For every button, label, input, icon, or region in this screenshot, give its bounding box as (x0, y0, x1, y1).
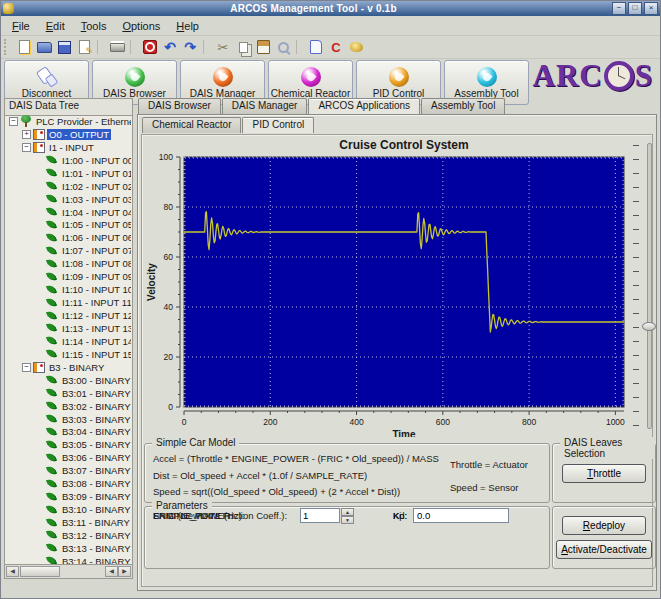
tree-item[interactable]: B3:10 - BINARY 10 (6, 503, 131, 516)
title-bar[interactable]: ARCOS Management Tool - v 0.1b − □ × (1, 1, 660, 16)
stop-icon[interactable] (141, 39, 159, 56)
tree-item[interactable]: B3:08 - BINARY 08 (6, 477, 131, 490)
menu-file[interactable]: File (6, 19, 36, 33)
tree-node-icon (33, 128, 45, 140)
edit-document-icon[interactable] (75, 39, 93, 56)
tree-item[interactable]: + O0 - OUTPUT (6, 128, 131, 141)
cruise-chart: Cruise Control System0200400600800100002… (144, 137, 630, 437)
open-icon[interactable] (35, 39, 53, 56)
tree-item[interactable]: I1:03 - INPUT 03 (6, 193, 131, 206)
tree-item[interactable]: − PLC Provider - Ethernet-co (6, 115, 131, 128)
spinner-up-icon[interactable]: ▲ (341, 508, 354, 516)
tree-item[interactable]: I1:14 - INPUT 14 (6, 335, 131, 348)
tree-item[interactable]: I1:10 - INPUT 10 (6, 283, 131, 296)
tree-node-icon (46, 245, 58, 257)
reload-help-icon[interactable]: C (327, 39, 345, 56)
gain-input[interactable] (413, 508, 509, 523)
tree-item[interactable]: B3:09 - BINARY 09 (6, 490, 131, 503)
menu-options[interactable]: Options (116, 19, 166, 33)
tree-node-icon (46, 154, 58, 166)
tree-expand-handle[interactable]: + (22, 130, 31, 139)
tree-item[interactable]: B3:02 - BINARY 02 (6, 400, 131, 413)
tree-expand-handle[interactable]: − (9, 117, 18, 126)
tree-item[interactable]: B3:11 - BINARY 11 (6, 516, 131, 529)
paste-icon[interactable] (254, 39, 272, 56)
tab-dais-browser[interactable]: DAIS Browser (138, 98, 221, 114)
tree-item[interactable]: B3:13 - BINARY 13 (6, 542, 131, 555)
tree-item[interactable]: I1:08 - INPUT 08 (6, 257, 131, 270)
tree-item[interactable]: B3:04 - BINARY 04 (6, 426, 131, 439)
tree-item[interactable]: I1:07 - INPUT 07 (6, 244, 131, 257)
menu-tools[interactable]: Tools (75, 19, 113, 33)
spinner-down-icon[interactable]: ▼ (341, 516, 354, 524)
main-panel: DAIS BrowserDAIS ManagerARCOS Applicatio… (137, 98, 657, 591)
tree-node-icon (46, 167, 58, 179)
velocity-setpoint-slider[interactable] (632, 141, 656, 431)
copy-icon[interactable] (234, 39, 252, 56)
tab-pid-control[interactable]: PID Control (242, 117, 314, 133)
tree-item[interactable]: B3:05 - BINARY 05 (6, 438, 131, 451)
tab-dais-manager[interactable]: DAIS Manager (222, 98, 308, 114)
spinner-input[interactable] (300, 508, 340, 523)
tree-item[interactable]: − I1 - INPUT (6, 141, 131, 154)
tab-assembly-tool[interactable]: Assembly Tool (421, 98, 505, 114)
cut-icon[interactable]: ✂ (214, 39, 232, 56)
maximize-button[interactable]: □ (628, 2, 642, 15)
tree-item[interactable]: B3:14 - BINARY 14 (6, 555, 131, 564)
tree-item[interactable]: B3:00 - BINARY 00 (6, 374, 131, 387)
toolbar-separator (97, 40, 104, 54)
redeploy-button[interactable]: Redeploy (562, 516, 646, 535)
throttle-button[interactable]: Throttle (562, 464, 646, 483)
tree-item[interactable]: I1:13 - INPUT 13 (6, 322, 131, 335)
scroll-left-icon-2[interactable]: ◀ (105, 566, 118, 577)
search-icon[interactable] (274, 39, 292, 56)
tree-item[interactable]: B3:12 - BINARY 12 (6, 529, 131, 542)
minimize-button[interactable]: − (612, 2, 626, 15)
tree-node-icon (46, 439, 58, 451)
new-document-icon[interactable] (15, 39, 33, 56)
arcos-mini-logo-icon[interactable] (347, 39, 365, 56)
undo-icon[interactable]: ↶ (161, 39, 179, 56)
tree-horizontal-scrollbar[interactable]: ◀ ◀ ▶ (5, 564, 132, 578)
menu-help[interactable]: Help (170, 19, 205, 33)
tree-node-icon (46, 452, 58, 464)
tree-item[interactable]: I1:02 - INPUT 02 (6, 180, 131, 193)
tree-item[interactable]: I1:01 - INPUT 01 (6, 167, 131, 180)
redo-icon[interactable]: ↷ (181, 39, 199, 56)
tree-item[interactable]: I1:05 - INPUT 05 (6, 219, 131, 232)
model-equations: Accel = (Throttle * ENGINE_POWER - (FRIC… (153, 451, 439, 501)
tab-chemical-reactor[interactable]: Chemical Reactor (142, 117, 241, 133)
tree-item[interactable]: − B3 - BINARY (6, 361, 131, 374)
tree-item[interactable]: I1:04 - INPUT 04 (6, 206, 131, 219)
scroll-right-icon[interactable]: ▶ (118, 566, 131, 577)
tree-node-icon (46, 310, 58, 322)
print-icon[interactable] (108, 39, 126, 56)
toolbar-handle[interactable] (4, 39, 10, 55)
slider-thumb[interactable] (642, 322, 656, 331)
tree-item[interactable]: B3:06 - BINARY 06 (6, 451, 131, 464)
tree-item[interactable]: I1:12 - INPUT 12 (6, 309, 131, 322)
tree-item[interactable]: B3:03 - BINARY 03 (6, 413, 131, 426)
close-button[interactable]: × (644, 2, 658, 15)
tree-node-icon (46, 517, 58, 529)
tree-item[interactable]: B3:01 - BINARY 01 (6, 387, 131, 400)
scrollbar-thumb[interactable] (20, 566, 60, 577)
save-icon[interactable] (55, 39, 73, 56)
tab-arcos-applications[interactable]: ARCOS Applications (308, 98, 420, 114)
tree-expand-handle[interactable]: − (22, 363, 31, 372)
tree-item[interactable]: I1:06 - INPUT 06 (6, 231, 131, 244)
tree-node-icon (46, 206, 58, 218)
notes-icon[interactable] (307, 39, 325, 56)
launcher-icon (477, 67, 497, 87)
tree-item[interactable]: I1:15 - INPUT 15 (6, 348, 131, 361)
tree-expand-handle[interactable]: − (22, 143, 31, 152)
menu-edit[interactable]: Edit (40, 19, 71, 33)
dais-data-tree-panel: DAIS Data Tree − PLC Provider - Ethernet… (4, 98, 133, 579)
activate-deactivate-button[interactable]: Activate/Deactivate (556, 540, 652, 559)
tree-item[interactable]: B3:07 - BINARY 07 (6, 464, 131, 477)
tree-item[interactable]: I1:00 - INPUT 00 (6, 154, 131, 167)
tree-node-icon (46, 258, 58, 270)
scroll-left-icon[interactable]: ◀ (6, 566, 19, 577)
tree-item[interactable]: I1:09 - INPUT 09 (6, 270, 131, 283)
tree-item[interactable]: I1:11 - INPUT 11 (6, 296, 131, 309)
